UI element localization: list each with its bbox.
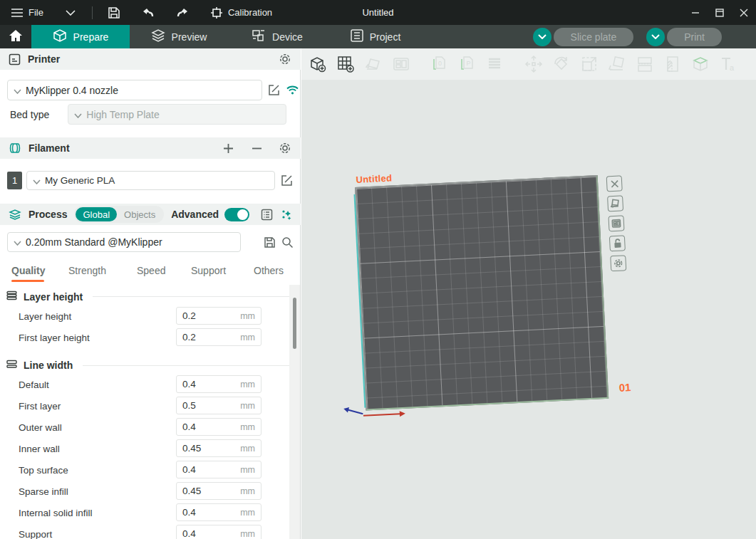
search-icon[interactable]: [281, 235, 294, 249]
setting-input[interactable]: 0.2 mm: [176, 328, 262, 346]
rotate-icon[interactable]: [552, 54, 571, 74]
printer-section-header: Printer: [0, 48, 301, 70]
undo-icon[interactable]: [141, 6, 155, 20]
setting-row: First layer height 0.2 mm: [0, 327, 301, 348]
plate-settings-icon[interactable]: [610, 255, 626, 271]
checklist-icon[interactable]: [259, 207, 274, 221]
chevron-down-icon[interactable]: [63, 6, 78, 20]
chevron-down-icon: [33, 175, 41, 187]
plate-name-label[interactable]: Untitled: [356, 172, 392, 185]
filament-preset-select[interactable]: My Generic PLA: [26, 171, 275, 190]
lock-plate-icon[interactable]: [609, 235, 626, 251]
tab-device-label: Device: [272, 31, 303, 43]
file-menu[interactable]: File: [10, 6, 43, 20]
setting-input[interactable]: 0.4 mm: [176, 525, 262, 539]
process-tab-strip: Quality Strength Speed Support Others: [0, 261, 289, 282]
setting-value: 0.4: [182, 464, 240, 475]
setting-input[interactable]: 0.4 mm: [176, 503, 262, 521]
slice-options-chevron-icon[interactable]: [533, 28, 552, 46]
setting-label: Default: [19, 380, 49, 390]
line-width-icon: [6, 360, 18, 371]
device-screen-icon: [252, 29, 266, 44]
delete-plate-icon[interactable]: [606, 175, 623, 192]
viewport-3d[interactable]: 0 P: [301, 48, 756, 539]
tab-device[interactable]: Device: [228, 25, 326, 48]
build-plate[interactable]: [355, 175, 609, 411]
printer-gear-icon[interactable]: [278, 52, 292, 66]
setting-unit: mm: [240, 311, 255, 321]
add-filament-icon[interactable]: [221, 141, 235, 155]
build-plate-group: Untitled 01: [355, 175, 609, 411]
setting-input[interactable]: 0.5 mm: [176, 397, 262, 414]
slice-plate-button[interactable]: Slice plate: [554, 28, 634, 46]
tab-strength[interactable]: Strength: [68, 261, 124, 282]
move-icon[interactable]: [524, 54, 543, 74]
filament-section-header: Filament: [0, 137, 301, 159]
split-icon[interactable]: [636, 54, 654, 74]
advanced-toggle[interactable]: [224, 208, 249, 221]
setting-input[interactable]: 0.2 mm: [176, 307, 262, 325]
compare-sparkle-icon[interactable]: [279, 207, 294, 221]
wifi-icon[interactable]: [286, 83, 299, 98]
orient-plate-icon[interactable]: [607, 195, 623, 211]
tab-speed[interactable]: Speed: [137, 261, 177, 282]
tab-prepare[interactable]: Prepare: [31, 25, 130, 48]
filament-gear-icon[interactable]: [278, 141, 292, 155]
tab-support[interactable]: Support: [191, 261, 238, 282]
calibration-menu[interactable]: Calibration: [209, 6, 272, 20]
tab-quality[interactable]: Quality: [11, 261, 56, 282]
edit-printer-icon[interactable]: [268, 83, 280, 98]
printer-preset-value: MyKlipper 0.4 nozzle: [26, 85, 118, 96]
redo-icon[interactable]: [175, 6, 190, 20]
layer-height-icon: [6, 291, 18, 303]
scrollbar-thumb[interactable]: [293, 298, 296, 349]
scale-icon[interactable]: [580, 54, 599, 74]
tab-preview-label: Preview: [172, 31, 207, 43]
svg-text:0: 0: [438, 60, 442, 67]
group-header-line-width: Line width: [0, 354, 301, 374]
save-preset-icon[interactable]: [264, 235, 276, 249]
layers-fill-icon[interactable]: [485, 54, 504, 74]
lay-flat-icon[interactable]: [608, 54, 626, 74]
group-title: Line width: [24, 360, 73, 371]
add-object-icon[interactable]: [309, 54, 327, 74]
plate-toolbar: [606, 175, 627, 271]
printer-icon: [9, 53, 21, 66]
maximize-icon[interactable]: [708, 0, 732, 25]
print-options-chevron-icon[interactable]: [646, 28, 665, 46]
copy-icon[interactable]: 0: [430, 54, 448, 74]
setting-row: Support 0.4 mm: [0, 523, 301, 539]
paste-icon[interactable]: P: [457, 54, 476, 74]
bed-type-select[interactable]: High Temp Plate: [68, 104, 286, 125]
scope-global[interactable]: Global: [76, 207, 117, 221]
tab-project[interactable]: Project: [326, 25, 425, 48]
text-tool-icon[interactable]: a: [719, 54, 737, 74]
tab-others[interactable]: Others: [254, 261, 294, 282]
setting-input[interactable]: 0.45 mm: [176, 439, 262, 457]
prepare-box-icon: [53, 29, 67, 44]
setting-input[interactable]: 0.45 mm: [176, 482, 262, 500]
tab-preview[interactable]: Preview: [130, 25, 228, 48]
setting-input[interactable]: 0.4 mm: [176, 375, 262, 393]
minimize-icon[interactable]: [683, 0, 708, 25]
setting-input[interactable]: 0.4 mm: [176, 418, 262, 436]
printer-preset-select[interactable]: MyKlipper 0.4 nozzle: [7, 80, 262, 100]
print-button[interactable]: Print: [667, 28, 722, 46]
setting-unit: mm: [240, 529, 255, 539]
settings-scrollbar[interactable]: [289, 285, 300, 539]
fill-pattern-icon[interactable]: [663, 54, 682, 74]
edit-filament-icon[interactable]: [279, 174, 294, 188]
paint-cube-icon[interactable]: [691, 54, 710, 74]
scope-objects[interactable]: Objects: [117, 207, 162, 221]
close-icon[interactable]: [732, 0, 756, 25]
home-button[interactable]: [0, 25, 31, 48]
process-preset-select[interactable]: 0.20mm Standard @MyKlipper: [7, 232, 241, 252]
setting-input[interactable]: 0.4 mm: [176, 461, 262, 478]
arrange-icon[interactable]: [392, 54, 410, 74]
plate-layout-icon[interactable]: [608, 215, 624, 231]
auto-orient-icon[interactable]: [364, 54, 383, 74]
process-scope-toggle[interactable]: Global Objects: [74, 206, 164, 223]
add-plate-icon[interactable]: [336, 54, 355, 74]
save-icon[interactable]: [107, 6, 121, 20]
remove-filament-icon[interactable]: [249, 141, 264, 155]
